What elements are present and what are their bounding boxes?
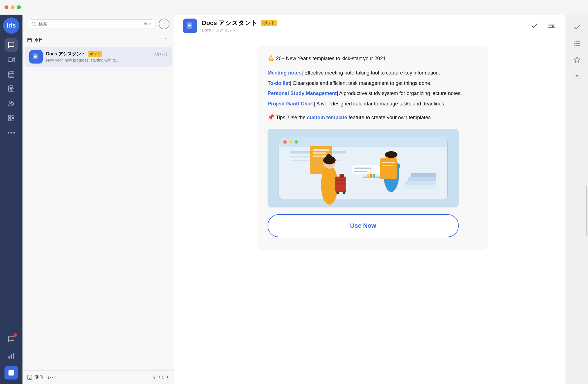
message-intro: 💪 20+ New Year's templates to kick-start… <box>268 53 478 63</box>
svg-rect-56 <box>405 181 436 185</box>
tips-suffix: feature to create your own templates. <box>349 115 432 120</box>
use-now-button[interactable]: Use Now <box>268 214 459 237</box>
svg-rect-57 <box>408 177 436 181</box>
message-tips: 📌 Tips: Use the custom template feature … <box>268 112 478 122</box>
sidebar-icon-video[interactable] <box>4 53 18 66</box>
sidebar-icon-more[interactable] <box>4 126 18 139</box>
svg-point-28 <box>289 140 292 144</box>
message-body-gantt: Project Gantt Chart| A well-designed cal… <box>268 100 478 108</box>
svg-rect-14 <box>8 356 10 359</box>
chat-list-header: ⌘+K + <box>22 15 174 33</box>
sidebar-icon-docs[interactable] <box>4 82 18 96</box>
svg-rect-8 <box>12 115 14 118</box>
svg-rect-34 <box>313 149 329 151</box>
chat-header-subtitle: Docs アシスタント <box>202 28 524 33</box>
intro-text: 20+ New Year's templates to kick-start y… <box>276 56 386 61</box>
collapse-button[interactable]: ⌃ <box>162 36 169 44</box>
svg-rect-43 <box>336 183 345 184</box>
bot-badge: ボット <box>88 51 102 57</box>
svg-rect-19 <box>28 38 31 42</box>
traffic-light-yellow[interactable] <box>11 5 15 9</box>
svg-rect-54 <box>382 165 393 166</box>
desc-meeting-notes: | Effective meeting note-taking tool to … <box>302 70 440 76</box>
right-sidebar <box>566 15 588 384</box>
svg-rect-59 <box>363 177 388 178</box>
scrollbar-thumb[interactable] <box>586 186 587 236</box>
sidebar-icon-current[interactable] <box>4 366 18 380</box>
chat-header-actions <box>529 20 557 31</box>
svg-rect-63 <box>352 165 380 174</box>
scrollbar-track <box>586 112 587 356</box>
chat-main: Docs アシスタント ボット Docs アシスタント <box>174 15 566 384</box>
tips-text: Tips: Use the <box>276 115 307 120</box>
tips-emoji: 📌 <box>268 114 275 120</box>
svg-rect-16 <box>13 353 14 359</box>
chat-header: Docs アシスタント ボット Docs アシスタント <box>174 15 566 37</box>
icon-sidebar: Iris 25 <box>0 15 22 384</box>
svg-rect-65 <box>354 171 367 172</box>
svg-point-45 <box>336 191 339 194</box>
chat-time: 2月19日 <box>154 52 167 57</box>
link-meeting-notes[interactable]: Meeting notes <box>268 70 302 76</box>
svg-rect-0 <box>8 58 12 62</box>
chat-name: Docs アシスタント <box>46 51 85 57</box>
right-settings-btn[interactable] <box>571 70 583 82</box>
link-study[interactable]: Personal Study Management <box>268 91 337 96</box>
svg-point-18 <box>32 22 35 25</box>
sidebar-icon-analytics[interactable] <box>4 349 18 363</box>
svg-point-29 <box>295 140 298 144</box>
list-action-btn[interactable] <box>546 20 557 31</box>
sidebar-icon-contacts[interactable] <box>4 97 18 110</box>
titlebar <box>0 0 588 15</box>
link-todo[interactable]: To-do list <box>268 80 290 86</box>
sidebar-icon-chat[interactable] <box>4 38 18 52</box>
link-custom-template[interactable]: custom template <box>307 115 347 120</box>
svg-rect-36 <box>313 155 328 157</box>
svg-rect-64 <box>354 168 371 169</box>
svg-rect-15 <box>11 354 12 359</box>
search-shortcut: ⌘+K <box>144 22 152 26</box>
svg-point-40 <box>325 154 332 164</box>
traffic-light-green[interactable] <box>17 5 21 9</box>
add-button[interactable]: + <box>159 19 169 29</box>
user-avatar[interactable]: Iris <box>3 17 19 34</box>
search-input[interactable] <box>39 21 141 26</box>
search-bar[interactable]: ⌘+K <box>27 19 156 28</box>
message-body-study: Personal Study Management| A productive … <box>268 89 478 98</box>
svg-rect-10 <box>12 119 14 121</box>
desc-todo: | Clear goals and efficient task managem… <box>290 80 432 86</box>
sidebar-icon-calendar[interactable]: 25 <box>4 67 18 81</box>
chat-list-footer: 受信トレイ すべて ▲ <box>22 370 174 384</box>
message-body: Meeting notes| Effective meeting note-ta… <box>268 69 478 77</box>
chat-preview: New year, new progress, starting with te… <box>46 58 167 62</box>
svg-point-49 <box>385 151 397 158</box>
all-button[interactable]: すべて ▲ <box>153 375 169 380</box>
search-icon <box>31 21 36 26</box>
desc-gantt: | A well-designed calendar to manage tas… <box>314 101 445 107</box>
svg-rect-26 <box>279 137 447 147</box>
chat-item-docs[interactable]: Docs アシスタント ボット 2月19日 New year, new prog… <box>25 47 172 67</box>
chat-name-row: Docs アシスタント ボット 2月19日 <box>46 51 167 57</box>
svg-rect-55 <box>402 185 436 189</box>
check-action-btn[interactable] <box>529 20 540 31</box>
calendar-small-icon <box>27 37 32 42</box>
svg-point-66 <box>576 75 578 77</box>
svg-point-23 <box>552 25 554 27</box>
svg-rect-35 <box>313 152 327 154</box>
chat-avatar-docs <box>29 50 43 64</box>
intro-emoji: 💪 <box>268 55 275 61</box>
svg-point-12 <box>10 132 12 134</box>
link-gantt[interactable]: Project Gantt Chart <box>268 101 314 107</box>
inbox-text: 受信トレイ <box>35 375 56 380</box>
traffic-light-red[interactable] <box>4 5 8 9</box>
svg-rect-58 <box>411 173 436 177</box>
sidebar-icon-grid[interactable] <box>4 111 18 125</box>
sidebar-icon-messages-badge[interactable] <box>4 332 18 346</box>
message-body-todo: To-do list| Clear goals and efficient ta… <box>268 79 478 88</box>
right-bookmark-btn[interactable] <box>571 54 583 66</box>
right-check-btn[interactable] <box>571 21 583 33</box>
svg-text:25: 25 <box>10 74 13 77</box>
right-list-btn[interactable] <box>571 38 583 49</box>
message-bubble: 💪 20+ New Year's templates to kick-start… <box>257 46 488 250</box>
chat-list-panel: ⌘+K + 今日 ⌃ Docs ア <box>22 15 174 384</box>
